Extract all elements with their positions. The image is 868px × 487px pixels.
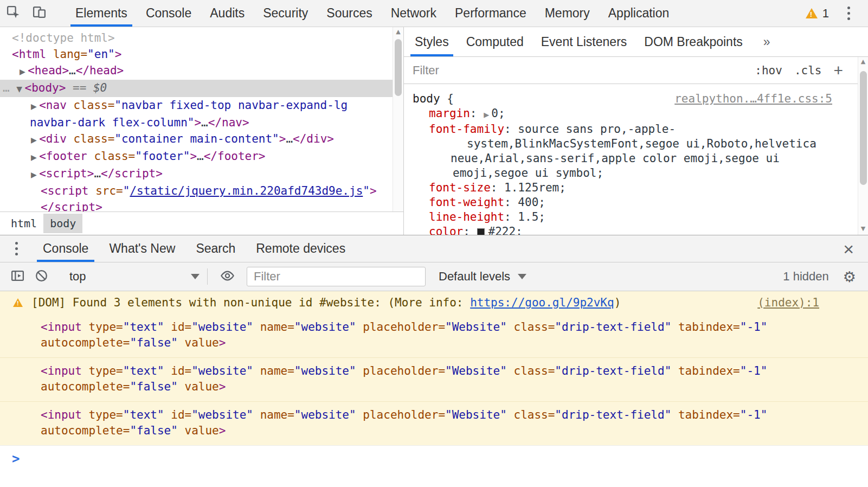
device-toolbar-icon (32, 5, 47, 22)
code-token (178, 380, 185, 393)
warning-url-link[interactable]: https://goo.gl/9p2vKq (470, 296, 614, 309)
tab-elements[interactable]: Elements (66, 0, 137, 27)
style-rule-line[interactable]: font-family: source sans pro,-apple- (404, 122, 868, 137)
elements-scrollbar[interactable] (393, 27, 403, 212)
code-token: </footer> (204, 150, 266, 163)
style-rule-line[interactable]: font-size: 1.125rem; (404, 181, 868, 195)
code-token (477, 228, 485, 235)
style-rule-line[interactable]: margin: ▶ 0; (404, 106, 868, 122)
code-token: font-family (429, 123, 504, 136)
eye-icon (220, 268, 235, 286)
device-toolbar-button[interactable] (26, 0, 52, 27)
execution-context-dropdown[interactable]: top (69, 270, 200, 284)
dom-tree-row[interactable]: … ▼ <body> == $0 (0, 80, 403, 97)
code-token: class= (513, 321, 555, 334)
close-drawer-button[interactable]: × (839, 240, 858, 258)
inspect-element-button[interactable] (0, 0, 26, 27)
tab-drawer-console[interactable]: Console (33, 235, 99, 262)
code-token: : source sans pro,-apple- (504, 123, 676, 136)
dom-tree-row[interactable]: ▶ <head>…</head> (0, 62, 403, 80)
toggle-class-button[interactable]: .cls (794, 64, 822, 77)
tab-network[interactable]: Network (382, 0, 446, 27)
tab-whats-new[interactable]: What's New (99, 235, 185, 262)
drawer-menu-button[interactable] (0, 235, 33, 262)
style-rule-line[interactable]: color: #222; (404, 225, 868, 235)
console-toolbar: top Default levels 1 hidden ⚙ (0, 262, 868, 291)
tab-performance[interactable]: Performance (446, 0, 536, 27)
scroll-up-icon[interactable] (393, 27, 403, 37)
dom-tree-row[interactable]: </script> (0, 199, 403, 212)
tab-dom-breakpoints[interactable]: DOM Breakpoints (635, 27, 751, 56)
code-token: neue,Arial,sans-serif,apple color emoji,… (451, 152, 780, 165)
code-token: tabindex= (678, 321, 740, 334)
console-filter-input[interactable] (247, 267, 426, 286)
code-token: ) (614, 296, 621, 309)
console-message-line: autocomplete="false" value> (0, 335, 868, 357)
scrollbar-thumb[interactable] (860, 71, 867, 185)
dom-tree-row[interactable]: <html lang="en"> (0, 46, 403, 62)
styles-sidebar-tabs: Styles Computed Event Listeners DOM Brea… (404, 27, 868, 57)
tab-styles[interactable]: Styles (406, 27, 458, 56)
styles-scrollbar[interactable] (858, 57, 868, 235)
style-rule-line[interactable]: font-weight: 400; (404, 195, 868, 210)
devtools-panel-tabs: Elements Console Audits Security Sources… (66, 0, 678, 27)
tab-search[interactable]: Search (185, 235, 246, 262)
scrollbar-thumb[interactable] (395, 39, 402, 96)
tab-computed[interactable]: Computed (458, 27, 532, 56)
code-token: class= (73, 132, 114, 145)
tab-remote-devices[interactable]: Remote devices (246, 235, 356, 262)
dom-tree-row[interactable]: <script src="/static/jquery.min.220afd74… (0, 183, 403, 199)
styles-filter-input[interactable] (413, 63, 743, 78)
code-token: <input (41, 364, 82, 377)
log-levels-dropdown[interactable]: Default levels (439, 270, 526, 284)
live-expression-button[interactable] (215, 268, 239, 286)
stylesheet-source-link[interactable]: realpython.…4ff1e.css:5 (674, 92, 832, 105)
console-prompt[interactable]: > (0, 445, 868, 466)
tab-audits[interactable]: Audits (201, 0, 254, 27)
code-token: { (440, 92, 454, 105)
code-token (178, 424, 185, 437)
breadcrumb-body[interactable]: body (43, 214, 82, 233)
code-token: <body> (25, 81, 66, 94)
new-style-rule-button[interactable]: + (833, 62, 843, 79)
tab-console[interactable]: Console (137, 0, 201, 27)
tabs-overflow-icon[interactable]: » (755, 27, 779, 56)
code-token: : 1.5; (504, 210, 545, 223)
style-rule-line[interactable]: emoji,segoe ui symbol; (404, 166, 868, 181)
code-token: "Website" (445, 364, 507, 377)
tab-memory[interactable]: Memory (536, 0, 599, 27)
more-options-menu-button[interactable] (837, 0, 860, 27)
scroll-up-icon[interactable] (858, 57, 868, 67)
console-source-link[interactable]: (index):1 (757, 296, 819, 309)
style-rule-line[interactable]: line-height: 1.5; (404, 210, 868, 225)
dom-tree-row[interactable]: ▶ <nav class="navbar fixed-top navbar-ex… (0, 97, 403, 114)
console-sidebar-toggle-button[interactable] (5, 268, 29, 285)
warnings-badge[interactable]: 1 (798, 7, 837, 21)
tab-event-listeners[interactable]: Event Listeners (532, 27, 636, 56)
dom-tree-row[interactable]: ▶ <script>…</script> (0, 165, 403, 183)
console-settings-button[interactable]: ⚙ (843, 270, 856, 284)
style-rule-line[interactable]: neue,Arial,sans-serif,apple color emoji,… (404, 151, 868, 166)
code-token: "drip-text-field" (555, 321, 671, 334)
toggle-element-state-button[interactable]: :hov (755, 64, 782, 77)
dom-tree-row[interactable]: ▶ <div class="container main-content">…<… (0, 131, 403, 148)
resource-link[interactable]: /static/jquery.min.220afd743d9e.js (130, 184, 363, 197)
dom-tree-row[interactable]: <!doctype html> (0, 30, 403, 46)
elements-panel: <!doctype html><html lang="en">▶ <head>…… (0, 27, 404, 235)
dom-tree-row[interactable]: navbar-dark flex-column">…</nav> (0, 114, 403, 131)
tab-application[interactable]: Application (599, 0, 679, 27)
dom-tree-row[interactable]: ▶ <footer class="footer">…</footer> (0, 148, 403, 165)
code-token: "website" (294, 321, 356, 334)
breadcrumb-html[interactable]: html (4, 214, 43, 233)
style-rule-line[interactable]: body {realpython.…4ff1e.css:5 (404, 92, 868, 106)
code-token: "drip-text-field" (555, 364, 671, 377)
scroll-down-icon[interactable] (858, 224, 868, 234)
code-token: name= (260, 364, 294, 377)
tab-security[interactable]: Security (254, 0, 317, 27)
code-token: "container main-content" (114, 132, 279, 145)
code-token (507, 321, 514, 334)
clear-console-button[interactable] (29, 268, 53, 285)
code-token (87, 150, 94, 163)
style-rule-line[interactable]: system,BlinkMacSystemFont,segoe ui,Robot… (404, 137, 868, 151)
tab-sources[interactable]: Sources (317, 0, 381, 27)
